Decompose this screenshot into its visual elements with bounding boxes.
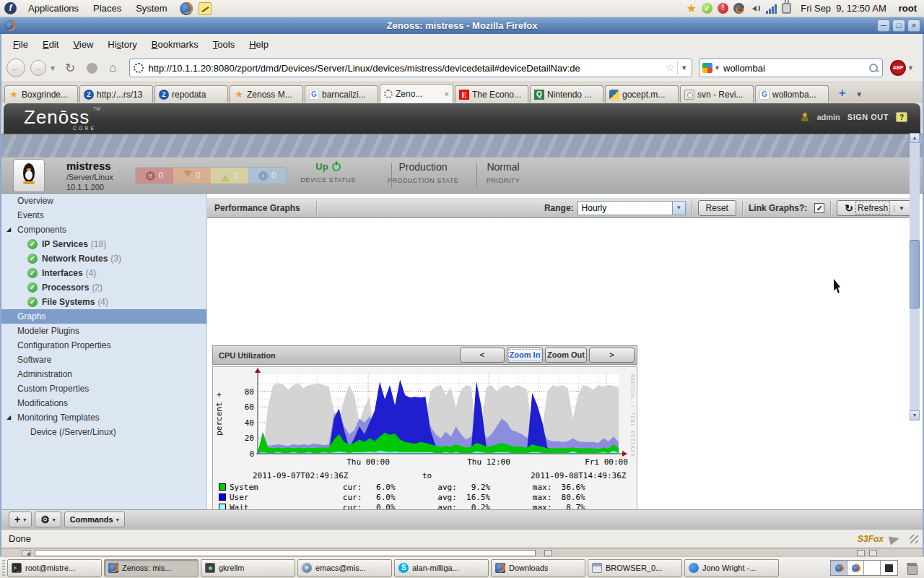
sidebar-item-modifications[interactable]: Modifications <box>1 396 206 410</box>
firefox-launcher-icon[interactable] <box>180 2 193 15</box>
bookmark-star-icon[interactable]: ☆ <box>663 61 677 74</box>
trash-icon[interactable] <box>907 562 917 574</box>
sidebar-item-components[interactable]: ◢Components <box>1 223 206 237</box>
sidebar-item-custom-properties[interactable]: Custom Properties <box>1 381 206 396</box>
search-go-icon[interactable] <box>868 63 879 74</box>
workspace-2[interactable] <box>847 561 864 575</box>
adblock-control[interactable]: ABP ▼ <box>883 60 923 76</box>
proxy-icon[interactable] <box>733 3 744 14</box>
taskbar-jono-wright-[interactable]: Jono Wright -... <box>684 559 779 577</box>
sidebar-item-administration[interactable]: Administration <box>1 367 206 381</box>
reload-icon[interactable]: ↻ <box>65 61 75 76</box>
menu-tools[interactable]: Tools <box>206 36 242 53</box>
cpu---button[interactable]: > <box>589 348 635 363</box>
alert-icon[interactable]: ! <box>718 3 728 14</box>
sidebar-item-monitoring-templates[interactable]: ◢Monitoring Templates <box>1 410 206 425</box>
commands-button[interactable]: Commands▾ <box>64 512 125 527</box>
taskbar-alan-milliga-[interactable]: Salan-milliga... <box>394 559 489 577</box>
tasklist-handle[interactable] <box>2 560 5 576</box>
tab-zenoss-m-[interactable]: ★Zenoss M... <box>230 85 303 103</box>
tab-gocept-m-[interactable]: gocept.m... <box>605 85 679 103</box>
event-rainbow[interactable]: !!000i0 <box>135 167 287 184</box>
sidebar-item-interfaces[interactable]: ✓Interfaces(4) <box>1 266 206 280</box>
menu-applications[interactable]: Applications <box>21 3 86 14</box>
workspace-4[interactable] <box>881 561 897 575</box>
taskbar-downloads[interactable]: Downloads <box>491 559 585 577</box>
tab-list-chevron-icon[interactable]: ▼ <box>853 90 868 103</box>
menu-system[interactable]: System <box>128 3 174 14</box>
adblock-chevron-icon[interactable]: ▼ <box>906 64 917 72</box>
url-dropdown-icon[interactable]: ▼ <box>677 61 690 74</box>
help-button[interactable]: ? <box>896 112 907 122</box>
new-tab-button[interactable]: + <box>830 87 853 103</box>
content-scrollbar[interactable]: ▲ ▼ <box>910 133 920 420</box>
home-icon[interactable]: ⌂ <box>109 61 116 75</box>
tab-http-rs-13[interactable]: Zhttp:/...rs/13 <box>79 85 153 103</box>
menu-view[interactable]: View <box>66 36 100 53</box>
add-button[interactable]: +▾ <box>9 512 32 527</box>
taskbar-browser-0-[interactable]: BROWSER_0... <box>588 559 682 577</box>
sidebar-item-ip-services[interactable]: ✓IP Services(18) <box>1 237 206 251</box>
menu-bookmarks[interactable]: Bookmarks <box>144 36 206 53</box>
sidebar-item-events[interactable]: Events <box>1 208 206 223</box>
window-resize-grip[interactable] <box>910 535 918 543</box>
cpu-zoom-in-button[interactable]: Zoom In <box>507 348 543 363</box>
minimize-button[interactable]: ─ <box>877 20 890 32</box>
sidebar-item-configuration-properties[interactable]: Configuration Properties <box>1 338 206 353</box>
collapse-triangle-icon[interactable]: ◢ <box>6 223 11 237</box>
scroll-up-icon[interactable]: ▲ <box>910 133 920 143</box>
sidebar-item-graphs[interactable]: Graphs <box>1 309 206 324</box>
refresh-button[interactable]: ↻ Refresh ▼ <box>837 200 912 216</box>
sidebar-item-network-routes[interactable]: ✓Network Routes(3) <box>1 251 206 266</box>
device-class-path[interactable]: /Server/Linux <box>66 172 113 182</box>
tab-the-econo-[interactable]: EThe Econo... <box>455 85 528 103</box>
sidebar-item-file-systems[interactable]: ✓File Systems(4) <box>1 295 206 309</box>
maximize-button[interactable]: □ <box>892 20 905 32</box>
menu-history[interactable]: History <box>100 36 144 53</box>
search-input[interactable]: wollombai <box>723 63 868 74</box>
sidebar-item-software[interactable]: Software <box>1 353 206 367</box>
sidebar-item-modeler-plugins[interactable]: Modeler Plugins <box>1 324 206 338</box>
event-badge-critical[interactable]: !!0 <box>136 168 173 184</box>
gear-button[interactable]: ⚙▾ <box>35 512 61 527</box>
menu-edit[interactable]: Edit <box>35 36 66 53</box>
workspace-3[interactable] <box>864 561 881 575</box>
adblock-icon[interactable]: ABP <box>890 60 906 76</box>
cpu-zoom-out-button[interactable]: Zoom Out <box>545 348 587 363</box>
tab-boxgrinde-[interactable]: ★Boxgrinde... <box>4 85 78 103</box>
volume-icon[interactable] <box>749 4 761 14</box>
text-editor-launcher-icon[interactable] <box>199 2 212 15</box>
event-badge-warning[interactable]: 0 <box>211 168 248 184</box>
taskbar-zenoss-mis-[interactable]: Zenoss: mis... <box>104 559 199 577</box>
stop-icon[interactable] <box>87 63 97 74</box>
url-bar[interactable]: http://10.1.1.20:8080/zport/dmd/Devices/… <box>129 59 692 77</box>
search-engine-icon[interactable] <box>702 63 712 73</box>
sign-out-link[interactable]: SIGN OUT <box>847 113 889 121</box>
updates-icon[interactable]: ★ <box>687 3 697 14</box>
refresh-dropdown-icon[interactable]: ▼ <box>894 205 905 212</box>
taskbar-emacs-mis-[interactable]: eemacs@mis... <box>297 559 392 577</box>
tab-wollomba-[interactable]: Gwollomba... <box>755 85 829 103</box>
tab-repodata[interactable]: Zrepodata <box>154 85 228 103</box>
tab-svn-revi-[interactable]: svn - Revi... <box>680 85 754 103</box>
tab-zeno-[interactable]: Zeno...× <box>380 84 453 103</box>
sidebar-item-processors[interactable]: ✓Processors(2) <box>1 280 206 295</box>
panel-clock[interactable]: Fri Sep 9, 12:50 AM <box>801 3 886 14</box>
sidebar-item-device-server-linux-[interactable]: Device (/Server/Linux) <box>1 425 206 439</box>
menu-file[interactable]: File <box>6 36 35 53</box>
scroll-down-icon[interactable]: ▼ <box>910 410 920 420</box>
cpu---button[interactable]: < <box>460 348 505 363</box>
tab-nintendo-[interactable]: QNintendo ... <box>530 85 603 103</box>
menu-places[interactable]: Places <box>86 3 128 14</box>
search-bar[interactable]: ▼ wollombai <box>699 59 883 77</box>
fedora-menu-icon[interactable]: f <box>4 2 17 14</box>
taskbar-root-mistre-[interactable]: >_root@mistre... <box>7 559 102 577</box>
history-chevron-icon[interactable]: ▼ <box>49 64 56 72</box>
scrollbar-thumb[interactable] <box>910 240 920 309</box>
link-graphs-checkbox[interactable]: ✓ <box>814 203 824 213</box>
close-button[interactable]: × <box>907 20 920 32</box>
event-badge-info[interactable]: i0 <box>248 168 286 184</box>
reset-button[interactable]: Reset <box>698 200 736 216</box>
tab-barncailzi-[interactable]: Gbarncailzi... <box>305 85 378 103</box>
event-badge-error[interactable]: 0 <box>173 168 211 184</box>
